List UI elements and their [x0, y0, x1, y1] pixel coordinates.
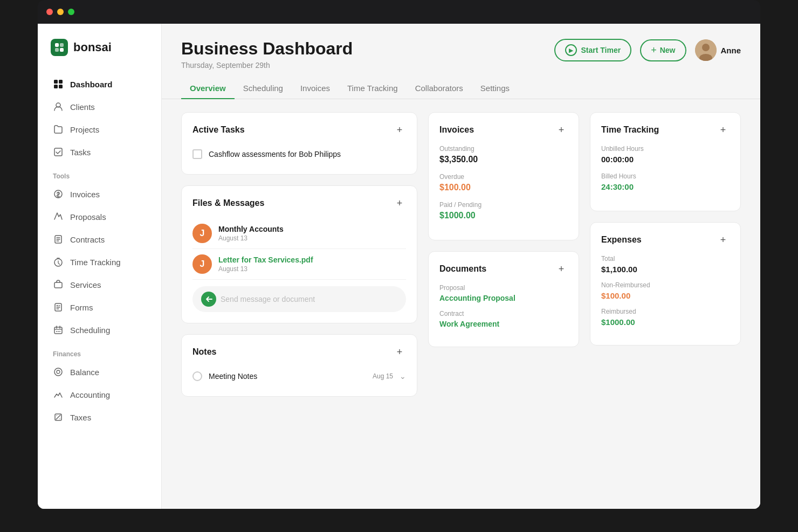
sidebar-item-accounting[interactable]: Accounting	[46, 384, 153, 405]
send-placeholder: Send message or document	[221, 295, 315, 303]
dashboard-icon	[53, 79, 64, 89]
notes-header: Notes +	[192, 346, 406, 358]
sidebar-item-projects[interactable]: Projects	[46, 119, 153, 140]
invoices-card-add-button[interactable]: +	[555, 123, 568, 136]
note-item: Meeting Notes Aug 15 ⌄	[192, 367, 406, 385]
services-icon	[53, 279, 64, 290]
files-messages-card: Files & Messages + J Monthly Accounts Au…	[181, 185, 417, 323]
tab-overview[interactable]: Overview	[181, 78, 235, 99]
new-label: New	[660, 46, 676, 54]
message-avatar-1: J	[192, 224, 212, 243]
sidebar-item-clients[interactable]: Clients	[46, 96, 153, 118]
files-messages-header: Files & Messages +	[192, 197, 406, 210]
svg-rect-13	[54, 282, 62, 288]
message-info-1: Monthly Accounts August 13	[218, 225, 406, 242]
sidebar-item-proposals[interactable]: Proposals	[46, 206, 153, 227]
tab-scheduling[interactable]: Scheduling	[235, 78, 292, 99]
sidebar-label-scheduling: Scheduling	[70, 326, 110, 335]
sidebar-item-forms[interactable]: Forms	[46, 296, 153, 318]
svg-rect-0	[55, 43, 59, 47]
header-left: Business Dashboard Thursday, September 2…	[181, 39, 353, 70]
sidebar-label-time-tracking: Time Tracking	[70, 258, 121, 267]
notes-add-button[interactable]: +	[393, 346, 406, 358]
minimize-button[interactable]	[57, 9, 64, 15]
tasks-icon	[53, 147, 64, 157]
contract-doc-label: Contract	[439, 310, 568, 317]
total-expense-value: $1,100.00	[601, 265, 730, 274]
task-checkbox[interactable]	[192, 149, 202, 159]
close-button[interactable]	[46, 9, 53, 15]
time-tracking-card-add-button[interactable]: +	[717, 123, 730, 136]
invoice-paid-row: Paid / Pending $1000.00	[439, 201, 568, 220]
sidebar-item-tasks[interactable]: Tasks	[46, 141, 153, 163]
new-button[interactable]: + New	[640, 39, 686, 61]
sidebar-item-time-tracking[interactable]: Time Tracking	[46, 251, 153, 273]
sidebar-label-projects: Projects	[70, 125, 99, 134]
invoices-card-header: Invoices +	[439, 123, 568, 136]
forms-icon	[53, 302, 64, 313]
finances-section-label: Finances	[46, 342, 153, 361]
send-message-input[interactable]: Send message or document	[192, 286, 406, 312]
time-tracking-card-title: Time Tracking	[601, 125, 659, 135]
svg-rect-16	[54, 327, 62, 334]
contracts-icon	[53, 234, 64, 245]
invoice-overdue-row: Overdue $100.00	[439, 173, 568, 192]
paid-pending-label: Paid / Pending	[439, 201, 568, 209]
user-avatar-wrap[interactable]: Anne	[695, 39, 741, 61]
start-timer-label: Start Timer	[581, 46, 621, 54]
maximize-button[interactable]	[68, 9, 74, 15]
documents-card-add-button[interactable]: +	[555, 262, 568, 275]
invoices-icon	[53, 189, 64, 199]
files-messages-title: Files & Messages	[192, 198, 264, 208]
page-title: Business Dashboard	[181, 39, 353, 59]
svg-point-20	[54, 368, 62, 376]
billed-hours-label: Billed Hours	[601, 172, 730, 180]
sidebar-item-invoices[interactable]: Invoices	[46, 183, 153, 205]
sidebar-item-taxes[interactable]: Taxes	[46, 406, 153, 428]
reimbursed-row: Reimbursed $1000.00	[601, 308, 730, 327]
expenses-card-header: Expenses +	[601, 233, 730, 246]
sidebar-item-contracts[interactable]: Contracts	[46, 229, 153, 250]
balance-icon	[53, 367, 64, 377]
sidebar-item-dashboard[interactable]: Dashboard	[46, 73, 153, 95]
expenses-card: Expenses + Total $1,100.00 Non-Reimburse…	[590, 222, 741, 346]
sidebar-item-balance[interactable]: Balance	[46, 361, 153, 383]
tab-collaborators[interactable]: Collaborators	[407, 78, 472, 99]
right-column: Time Tracking + Unbilled Hours 00:00:00 …	[590, 112, 741, 397]
sidebar-label-clients: Clients	[70, 102, 95, 112]
message-name-2[interactable]: Letter for Tax Services.pdf	[218, 255, 406, 264]
task-label: Cashflow assessments for Bob Philipps	[209, 150, 341, 158]
content: Active Tasks + Cashflow assessments for …	[162, 99, 760, 509]
sidebar-item-services[interactable]: Services	[46, 274, 153, 295]
message-date-2: August 13	[218, 265, 406, 273]
non-reimbursed-row: Non-Reimbursed $100.00	[601, 281, 730, 300]
expenses-card-add-button[interactable]: +	[717, 233, 730, 246]
svg-rect-4	[54, 80, 58, 84]
active-tasks-add-button[interactable]: +	[393, 123, 406, 136]
tab-settings[interactable]: Settings	[472, 78, 518, 99]
sidebar: bonsai Dashboard	[38, 24, 162, 509]
tab-invoices[interactable]: Invoices	[292, 78, 339, 99]
middle-column: Invoices + Outstanding $3,350.00 Overdue…	[428, 112, 579, 397]
tools-section-label: Tools	[46, 164, 153, 183]
unbilled-hours-label: Unbilled Hours	[601, 145, 730, 153]
files-messages-add-button[interactable]: +	[393, 197, 406, 210]
start-timer-button[interactable]: ▶ Start Timer	[554, 39, 632, 61]
tab-time-tracking[interactable]: Time Tracking	[339, 78, 407, 99]
contract-doc-value[interactable]: Work Agreement	[439, 320, 568, 328]
proposal-doc-value[interactable]: Accounting Proposal	[439, 294, 568, 302]
scheduling-icon	[53, 324, 64, 335]
sidebar-item-scheduling[interactable]: Scheduling	[46, 319, 153, 341]
note-chevron-icon[interactable]: ⌄	[400, 372, 406, 381]
outstanding-label: Outstanding	[439, 145, 568, 153]
note-date: Aug 15	[373, 372, 393, 380]
active-tasks-title: Active Tasks	[192, 125, 245, 135]
note-radio[interactable]	[192, 371, 202, 381]
sidebar-label-forms: Forms	[70, 303, 93, 312]
active-tasks-card: Active Tasks + Cashflow assessments for …	[181, 112, 417, 175]
svg-rect-3	[60, 48, 64, 52]
svg-point-17	[56, 331, 57, 332]
sidebar-label-contracts: Contracts	[70, 235, 105, 244]
titlebar	[38, 0, 760, 24]
invoice-outstanding-row: Outstanding $3,350.00	[439, 145, 568, 164]
